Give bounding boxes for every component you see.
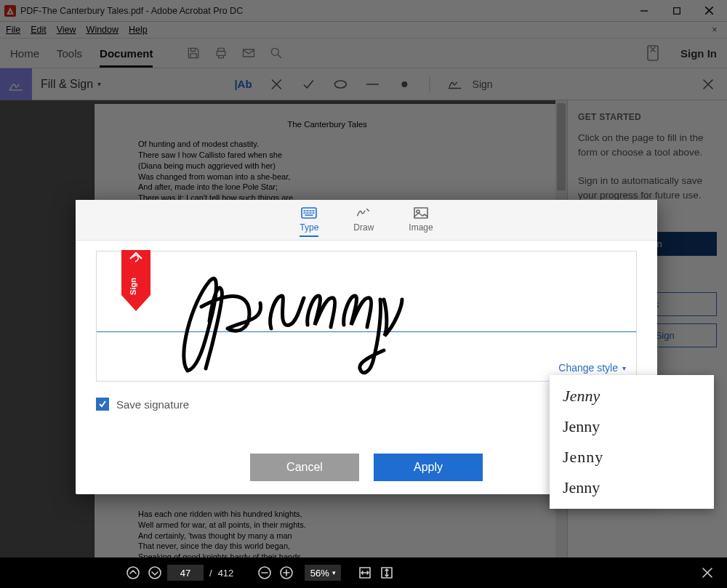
text-tool-icon[interactable]: |Ab xyxy=(234,77,252,92)
tab-type-label: Type xyxy=(300,222,318,233)
caret-down-icon: ▾ xyxy=(97,80,101,88)
style-option-2[interactable]: Jenny xyxy=(550,411,714,442)
svg-point-6 xyxy=(402,81,408,87)
caret-down-icon: ▾ xyxy=(622,364,626,372)
dot-tool-icon[interactable] xyxy=(398,77,412,92)
save-signature-label: Save signature xyxy=(116,398,189,411)
menu-edit[interactable]: Edit xyxy=(31,25,47,35)
fit-width-icon[interactable] xyxy=(356,563,374,582)
svg-point-5 xyxy=(335,81,347,88)
menubar: File Edit View Window Help × xyxy=(0,22,727,38)
menu-help[interactable]: Help xyxy=(129,25,148,35)
fit-page-icon[interactable] xyxy=(377,563,396,582)
draw-icon xyxy=(356,206,371,220)
nav-tools[interactable]: Tools xyxy=(57,47,82,60)
page-number-input[interactable] xyxy=(167,565,204,581)
main-toolbar: Home Tools Document Sign In xyxy=(0,38,727,68)
svg-point-7 xyxy=(127,567,139,579)
page-up-icon[interactable] xyxy=(124,563,142,582)
svg-rect-4 xyxy=(648,46,658,60)
fill-sign-dropdown[interactable]: Fill & Sign ▾ xyxy=(41,78,101,91)
menu-window[interactable]: Window xyxy=(87,25,119,35)
status-bar: / 412 56%▾ xyxy=(0,557,727,588)
tab-draw-label: Draw xyxy=(353,222,374,233)
style-option-1[interactable]: Jenny xyxy=(550,381,714,411)
image-icon xyxy=(413,206,429,220)
svg-point-3 xyxy=(272,48,279,55)
sign-tool-label: Sign xyxy=(473,78,493,90)
menu-view[interactable]: View xyxy=(57,25,76,35)
sign-tool-icon[interactable] xyxy=(448,77,464,92)
checkmark-tool-icon[interactable] xyxy=(302,77,316,92)
window-title: PDF-The Canterbury Tales.pdf - Adobe Acr… xyxy=(20,6,243,16)
fill-sign-icon[interactable] xyxy=(0,68,32,100)
close-button[interactable] xyxy=(693,0,726,21)
x-mark-tool-icon[interactable] xyxy=(270,77,284,92)
svg-rect-14 xyxy=(414,208,427,218)
minimize-button[interactable] xyxy=(627,0,660,21)
circle-tool-icon[interactable] xyxy=(334,77,348,92)
save-signature-checkbox[interactable] xyxy=(96,398,109,411)
mobile-icon[interactable] xyxy=(643,43,663,63)
search-icon[interactable] xyxy=(266,43,286,63)
menu-file[interactable]: File xyxy=(6,25,20,35)
dialog-tabs: Type Draw Image xyxy=(76,200,657,241)
tab-image[interactable]: Image xyxy=(409,206,433,237)
maximize-button[interactable] xyxy=(660,0,693,21)
sign-here-flag: Sign xyxy=(121,250,150,313)
page-separator: / xyxy=(209,568,212,579)
style-option-3[interactable]: Jenny xyxy=(550,442,714,472)
style-option-4[interactable]: Jenny xyxy=(550,472,714,503)
svg-rect-1 xyxy=(673,7,680,14)
fill-sign-toolbar: Fill & Sign ▾ |Ab Sign xyxy=(0,68,727,100)
tab-draw[interactable]: Draw xyxy=(353,206,374,237)
tab-type[interactable]: Type xyxy=(300,206,318,237)
zoom-out-icon[interactable] xyxy=(255,563,274,582)
app-icon xyxy=(4,5,16,17)
page-total: 412 xyxy=(218,568,234,579)
tab-image-label: Image xyxy=(409,222,433,233)
toolbar-divider xyxy=(430,76,430,92)
menubar-close-icon[interactable]: × xyxy=(708,25,721,35)
zoom-in-icon[interactable] xyxy=(277,563,296,582)
signature-preview-box: Sign Change style ▾ xyxy=(96,251,637,382)
apply-button[interactable]: Apply xyxy=(374,454,483,481)
svg-rect-0 xyxy=(4,5,16,17)
nav-home[interactable]: Home xyxy=(10,47,39,60)
sign-in-link[interactable]: Sign In xyxy=(680,47,717,60)
close-toolbar-icon[interactable] xyxy=(701,77,715,92)
statusbar-close-icon[interactable] xyxy=(698,563,717,582)
keyboard-icon xyxy=(301,206,317,220)
nav-document[interactable]: Document xyxy=(100,47,153,68)
titlebar: PDF-The Canterbury Tales.pdf - Adobe Acr… xyxy=(0,0,727,22)
zoom-dropdown[interactable]: 56%▾ xyxy=(305,565,341,581)
print-icon[interactable] xyxy=(211,43,231,63)
mail-icon[interactable] xyxy=(238,43,259,63)
cancel-button[interactable]: Cancel xyxy=(250,454,359,481)
svg-point-8 xyxy=(149,567,161,579)
page-down-icon[interactable] xyxy=(145,563,164,582)
line-tool-icon[interactable] xyxy=(366,77,380,92)
save-icon[interactable] xyxy=(183,43,204,63)
svg-rect-2 xyxy=(244,49,254,57)
signature-text[interactable] xyxy=(169,256,417,379)
change-style-link[interactable]: Change style ▾ xyxy=(558,362,626,374)
change-style-label: Change style xyxy=(558,362,618,374)
signature-style-picker: Jenny Jenny Jenny Jenny xyxy=(550,375,714,509)
fill-sign-label: Fill & Sign xyxy=(41,78,93,91)
svg-text:Sign: Sign xyxy=(129,278,137,295)
zoom-value: 56% xyxy=(310,568,329,579)
